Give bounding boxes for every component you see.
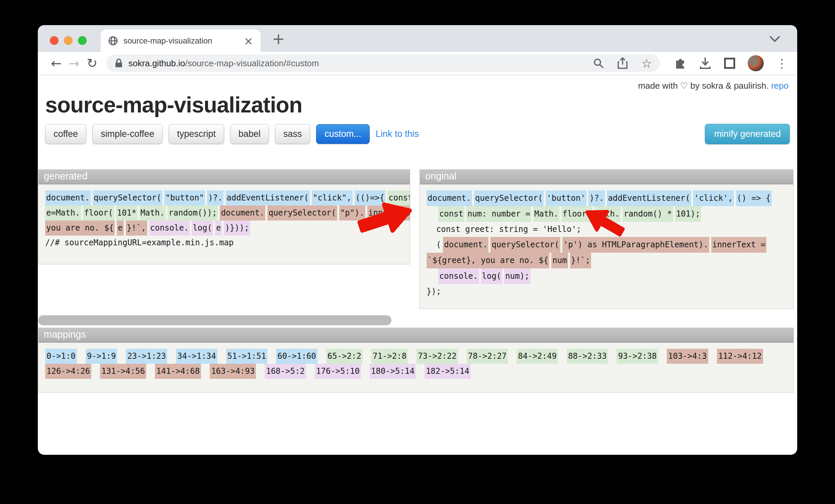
mapping-chip: 88->2:33 bbox=[567, 349, 608, 364]
generated-panel: generated document.querySelector("button… bbox=[38, 169, 410, 264]
code-segment: ( bbox=[427, 237, 441, 252]
code-segment bbox=[427, 206, 436, 222]
code-segment: const bbox=[387, 190, 410, 205]
profile-avatar[interactable] bbox=[748, 55, 764, 71]
mapping-chip: 23->1:23 bbox=[126, 349, 167, 364]
code-segment: document. bbox=[220, 205, 265, 221]
code-segment: Math. bbox=[140, 205, 166, 221]
code-segment: querySelector( bbox=[490, 237, 560, 253]
example-button-sass[interactable]: sass bbox=[275, 124, 310, 144]
minify-generated-button[interactable]: minify generated bbox=[705, 124, 790, 144]
code-segment: )?. bbox=[207, 190, 223, 205]
code-line: }); bbox=[427, 284, 787, 299]
mappings-panel: mappings 0->1:09->1:923->1:2334->1:3451-… bbox=[38, 328, 794, 392]
code-segment: "button" bbox=[164, 190, 205, 205]
browser-tab[interactable]: source-map-visualization × bbox=[101, 29, 261, 52]
credit-text: made with ♡ by sokra & paulirish. bbox=[638, 81, 769, 91]
mapping-chip: 60->1:60 bbox=[276, 349, 318, 364]
code-segment: document. bbox=[427, 190, 472, 206]
minimize-window-button[interactable] bbox=[64, 36, 73, 45]
code-segment: querySelector( bbox=[267, 205, 337, 221]
code-line: document.querySelector('button')?.addEve… bbox=[427, 190, 787, 206]
code-segment: floor( bbox=[561, 206, 592, 222]
code-segment: Math. bbox=[533, 206, 559, 222]
back-button[interactable]: ← bbox=[47, 57, 65, 69]
code-segment: const bbox=[438, 206, 464, 222]
code-segment: addEventListener( bbox=[607, 190, 691, 206]
code-segment: "click", bbox=[312, 190, 352, 205]
tab-strip: source-map-visualization × + bbox=[38, 25, 797, 52]
mapping-chip: 141->4:68 bbox=[155, 364, 201, 379]
code-segment: floor( bbox=[83, 205, 114, 221]
tab-close-button[interactable]: × bbox=[244, 35, 253, 46]
code-segment: 'p') as HTMLParagraphElement). bbox=[562, 237, 709, 253]
sidebar-square-icon[interactable] bbox=[724, 57, 736, 69]
mapping-chip: 180->5:14 bbox=[370, 364, 416, 379]
bookmark-star-icon[interactable]: ☆ bbox=[641, 57, 652, 70]
code-segment: random()); bbox=[168, 205, 218, 221]
forward-button[interactable]: → bbox=[65, 57, 83, 69]
browser-window: source-map-visualization × + ← → ↻ sokra… bbox=[38, 25, 797, 455]
mapping-chip: 65->2:2 bbox=[326, 349, 363, 364]
original-panel: original document.querySelector('button'… bbox=[420, 169, 794, 309]
close-window-button[interactable] bbox=[50, 36, 59, 45]
code-line: document.querySelector("button")?.addEve… bbox=[45, 190, 403, 205]
code-segment: e bbox=[117, 221, 123, 236]
menu-kebab-icon[interactable]: ⋮ bbox=[776, 57, 788, 70]
horizontal-scrollbar-thumb[interactable] bbox=[38, 315, 391, 325]
address-bar[interactable]: sokra.github.io/source-map-visualization… bbox=[106, 55, 660, 72]
download-icon[interactable] bbox=[699, 57, 712, 70]
chevron-down-icon[interactable] bbox=[769, 35, 781, 43]
new-tab-button[interactable]: + bbox=[272, 30, 285, 48]
mapping-chip: 0->1:0 bbox=[45, 349, 77, 364]
code-line: console.log(num); bbox=[427, 268, 787, 284]
tab-title: source-map-visualization bbox=[123, 36, 212, 45]
code-segment: console. bbox=[149, 221, 190, 236]
url-host: sokra.github.io bbox=[128, 58, 185, 68]
generated-code: document.querySelector("button")?.addEve… bbox=[39, 184, 410, 264]
code-segment: you are no. ${ bbox=[45, 221, 115, 236]
link-to-this-link[interactable]: Link to this bbox=[376, 129, 419, 139]
mapping-chip: 103->4:3 bbox=[667, 349, 708, 364]
code-line: e=Math.floor(101*Math.random());document… bbox=[45, 205, 403, 221]
omnibox-icons: ☆ bbox=[593, 57, 652, 70]
code-line: `${greet}, you are no. ${num}!`; bbox=[427, 253, 787, 268]
mappings-list: 0->1:09->1:923->1:2334->1:3451->1:5160->… bbox=[39, 343, 794, 392]
code-segment: "p"). bbox=[339, 205, 365, 221]
repo-link[interactable]: repo bbox=[771, 81, 789, 91]
share-icon[interactable] bbox=[617, 57, 628, 69]
code-segment: )?. bbox=[588, 190, 605, 206]
mapping-chip: 78->2:27 bbox=[467, 349, 508, 364]
code-segment: addEventListener( bbox=[225, 190, 310, 205]
code-segment: console. bbox=[438, 268, 479, 284]
example-button-coffee[interactable]: coffee bbox=[45, 124, 86, 144]
code-segment: log( bbox=[192, 221, 213, 236]
example-button-babel[interactable]: babel bbox=[230, 124, 269, 144]
original-code: document.querySelector('button')?.addEve… bbox=[420, 184, 793, 308]
example-button-simple-coffee[interactable]: simple-coffee bbox=[92, 124, 163, 144]
search-icon[interactable] bbox=[593, 58, 604, 68]
code-segment: }); bbox=[427, 284, 441, 299]
zoom-window-button[interactable] bbox=[78, 36, 87, 45]
code-segment: const greet: string = 'Hello'; bbox=[427, 222, 581, 237]
reload-button[interactable]: ↻ bbox=[83, 57, 101, 69]
lock-icon bbox=[115, 58, 123, 68]
mapping-chip: 126->4:26 bbox=[45, 364, 91, 379]
mapping-chip: 176->5:10 bbox=[315, 364, 361, 379]
code-segment: }!`; bbox=[570, 253, 591, 268]
example-button-typescript[interactable]: typescript bbox=[169, 124, 224, 144]
code-segment: random() * bbox=[623, 206, 673, 222]
code-segment: e bbox=[215, 221, 222, 236]
mapping-chip: 84->2:49 bbox=[516, 349, 558, 364]
code-segment: document. bbox=[45, 190, 91, 205]
code-segment: //# sourceMappingURL=example.min.js.map bbox=[45, 236, 234, 250]
code-segment: innerText = bbox=[711, 237, 767, 253]
url-path: /source-map-visualization/#custom bbox=[185, 58, 319, 68]
extensions-puzzle-icon[interactable] bbox=[673, 57, 687, 70]
example-button-row: coffeesimple-coffeetypescriptbabelsass c… bbox=[45, 124, 790, 144]
code-line: const greet: string = 'Hello'; bbox=[427, 222, 787, 237]
page-content: made with ♡ by sokra & paulirish. repo s… bbox=[38, 75, 797, 454]
example-button-custom[interactable]: custom... bbox=[316, 124, 370, 144]
code-segment: 'click', bbox=[693, 190, 734, 206]
code-segment: () => { bbox=[736, 190, 772, 206]
